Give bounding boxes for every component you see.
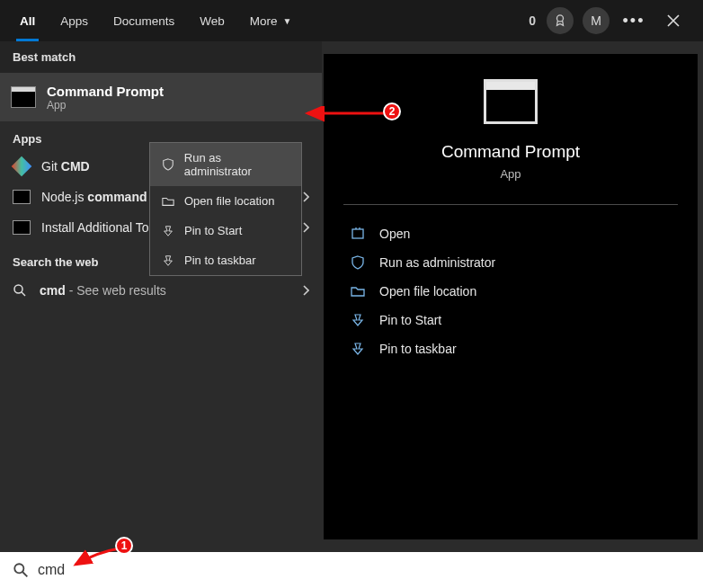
best-match-result[interactable]: Command Prompt App [0, 73, 322, 121]
action-run-as-admin[interactable]: Run as administrator [343, 248, 678, 277]
tab-web[interactable]: Web [187, 0, 237, 41]
context-menu-label: Run as administrator [184, 151, 290, 178]
context-menu-pin-start[interactable]: Pin to Start [150, 216, 301, 245]
action-open-location[interactable]: Open file location [343, 277, 678, 306]
detail-panel: Command Prompt App Open Run as administr… [324, 54, 698, 539]
app-result-label: Git CMD [41, 159, 90, 174]
git-icon [13, 158, 31, 174]
action-label: Open file location [379, 284, 476, 298]
terminal-icon [13, 189, 31, 205]
best-match-header: Best match [0, 41, 322, 73]
search-filter-tabs: All Apps Documents Web More ▼ 0 M ••• [0, 0, 703, 41]
tab-more-label: More [250, 14, 278, 28]
folder-icon [349, 284, 367, 298]
chevron-right-icon [302, 192, 309, 202]
context-menu: Run as administrator Open file location … [149, 142, 302, 276]
best-match-subtitle: App [47, 99, 164, 111]
chevron-right-icon [302, 222, 309, 233]
pin-icon [161, 254, 175, 267]
context-menu-pin-taskbar[interactable]: Pin to taskbar [150, 245, 301, 275]
command-prompt-icon [484, 79, 538, 124]
rewards-icon[interactable] [547, 7, 574, 34]
svg-point-1 [14, 285, 22, 293]
action-label: Pin to taskbar [379, 342, 457, 356]
action-pin-start[interactable]: Pin to Start [343, 306, 678, 334]
action-label: Pin to Start [379, 313, 441, 327]
shield-icon [349, 255, 367, 270]
pin-icon [349, 313, 367, 327]
more-options-button[interactable]: ••• [618, 5, 649, 36]
chevron-right-icon [302, 285, 309, 296]
detail-subtitle: App [500, 167, 521, 181]
tab-apps[interactable]: Apps [48, 0, 101, 41]
annotation-badge-2: 2 [383, 102, 401, 120]
tab-all[interactable]: All [7, 0, 48, 41]
rewards-points: 0 [529, 13, 536, 28]
command-prompt-icon [11, 86, 36, 108]
search-icon [13, 562, 29, 578]
divider [343, 204, 678, 205]
annotation-badge-1: 1 [115, 537, 133, 555]
pin-icon [161, 225, 175, 237]
badge-icon [554, 14, 566, 27]
annotation-arrow-2 [302, 106, 388, 124]
context-menu-open-location[interactable]: Open file location [150, 186, 301, 216]
tab-documents[interactable]: Documents [101, 0, 187, 41]
app-result-label: Node.js command [41, 190, 147, 204]
context-menu-label: Pin to Start [184, 224, 242, 237]
open-icon [349, 227, 367, 241]
shield-icon [161, 158, 175, 171]
user-avatar[interactable]: M [583, 7, 610, 34]
svg-rect-2 [352, 229, 363, 238]
web-result-label: cmd - See web results [40, 283, 166, 298]
context-menu-label: Pin to taskbar [184, 254, 256, 267]
search-input[interactable] [38, 562, 690, 578]
search-icon [13, 283, 29, 298]
folder-icon [161, 195, 175, 208]
svg-point-3 [14, 564, 23, 573]
svg-point-0 [557, 15, 564, 22]
action-pin-taskbar[interactable]: Pin to taskbar [343, 334, 678, 363]
action-label: Run as administrator [379, 255, 495, 270]
terminal-icon [13, 219, 31, 236]
action-label: Open [379, 227, 410, 241]
tab-more[interactable]: More ▼ [237, 0, 305, 41]
action-open[interactable]: Open [343, 219, 678, 248]
chevron-down-icon: ▼ [283, 16, 292, 26]
detail-title: Command Prompt [441, 142, 580, 162]
pin-icon [349, 342, 367, 356]
web-result[interactable]: cmd - See web results [0, 276, 322, 305]
close-button[interactable] [658, 5, 689, 36]
context-menu-label: Open file location [184, 194, 274, 208]
best-match-title: Command Prompt [47, 84, 164, 99]
close-icon [666, 13, 681, 28]
context-menu-run-as-admin[interactable]: Run as administrator [150, 143, 301, 186]
